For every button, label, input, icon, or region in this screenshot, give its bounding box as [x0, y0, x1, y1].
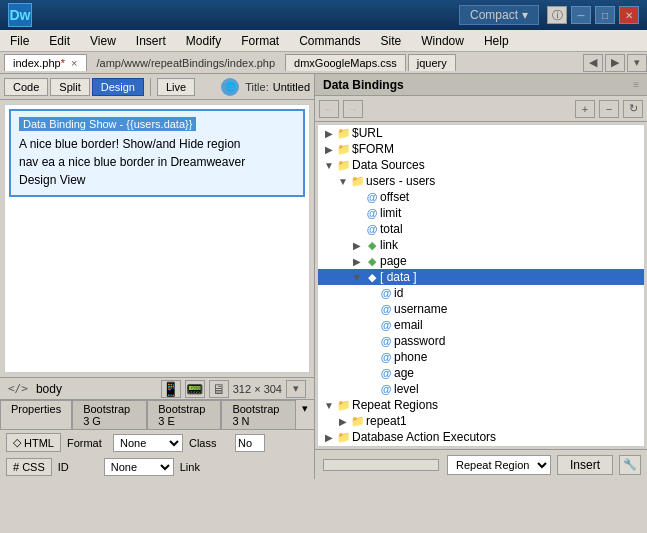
tree-expand-age[interactable]	[364, 366, 378, 380]
add-btn[interactable]: +	[575, 100, 595, 118]
tablet-view-btn[interactable]: 📟	[185, 380, 205, 398]
live-view-button[interactable]: Live	[157, 78, 195, 96]
tree-item-url[interactable]: ▶📁$URL	[318, 125, 644, 141]
folder-icon-db-action: 📁	[336, 430, 352, 444]
menu-window[interactable]: Window	[411, 32, 474, 50]
props-tab-bootstrap-e[interactable]: Bootstrap 3 E	[147, 400, 221, 429]
close-button[interactable]: ✕	[619, 6, 639, 24]
tree-expand-repeat-regions[interactable]: ▼	[322, 398, 336, 412]
tree-label-url: $URL	[352, 126, 383, 140]
id-select[interactable]: None	[104, 458, 174, 476]
props-row-1: ◇ HTML Format None Class	[0, 430, 314, 455]
tab-js[interactable]: jquery	[408, 54, 456, 71]
dim-dropdown-btn[interactable]: ▾	[286, 380, 306, 398]
code-view-button[interactable]: Code	[4, 78, 48, 96]
binding-right-btn[interactable]: →	[343, 100, 363, 118]
menu-insert[interactable]: Insert	[126, 32, 176, 50]
tree-expand-datasources[interactable]: ▼	[322, 158, 336, 172]
menu-view[interactable]: View	[80, 32, 126, 50]
props-tab-bootstrap-g[interactable]: Bootstrap 3 G	[72, 400, 147, 429]
tree-item-age[interactable]: @age	[318, 365, 644, 381]
tree-expand-offset[interactable]	[350, 190, 364, 204]
tree-expand-id[interactable]	[364, 286, 378, 300]
props-tab-properties[interactable]: Properties	[0, 400, 72, 429]
tree-expand-security[interactable]: ▶	[322, 446, 336, 447]
menu-help[interactable]: Help	[474, 32, 519, 50]
format-select[interactable]: None	[113, 434, 183, 452]
tree-item-offset[interactable]: @offset	[318, 189, 644, 205]
panel-grip[interactable]: ≡	[633, 79, 639, 90]
menu-commands[interactable]: Commands	[289, 32, 370, 50]
earth-icon: 🌐	[221, 78, 239, 96]
tab-css[interactable]: dmxGoogleMaps.css	[285, 54, 406, 71]
tree-item-phone[interactable]: @phone	[318, 349, 644, 365]
tree-label-datasources: Data Sources	[352, 158, 425, 172]
maximize-button[interactable]: □	[595, 6, 615, 24]
props-tab-bootstrap-n[interactable]: Bootstrap 3 N	[221, 400, 296, 429]
tree-expand-page[interactable]: ▶	[350, 254, 364, 268]
compact-button[interactable]: Compact ▾	[459, 5, 539, 25]
tree-expand-data[interactable]: ▼	[350, 270, 364, 284]
tree-expand-password[interactable]	[364, 334, 378, 348]
menu-edit[interactable]: Edit	[39, 32, 80, 50]
props-more-btn[interactable]: ▾	[296, 400, 314, 429]
tree-expand-phone[interactable]	[364, 350, 378, 364]
tree-expand-repeat1[interactable]: ▶	[336, 414, 350, 428]
tree-expand-url[interactable]: ▶	[322, 126, 336, 140]
tree-item-form[interactable]: ▶📁$FORM	[318, 141, 644, 157]
tree-item-limit[interactable]: @limit	[318, 205, 644, 221]
binding-left-btn[interactable]: ←	[319, 100, 339, 118]
class-input[interactable]	[235, 434, 265, 452]
menu-modify[interactable]: Modify	[176, 32, 231, 50]
tree-expand-limit[interactable]	[350, 206, 364, 220]
desktop-view-btn[interactable]: 🖥	[209, 380, 229, 398]
menu-file[interactable]: File	[0, 32, 39, 50]
tree-expand-level[interactable]	[364, 382, 378, 396]
wrench-button[interactable]: 🔧	[619, 455, 641, 475]
tree-label-security: Security Provider Executor	[352, 446, 494, 447]
tree-expand-username[interactable]	[364, 302, 378, 316]
tree-item-db-action[interactable]: ▶📁Database Action Executors	[318, 429, 644, 445]
html-button[interactable]: ◇ HTML	[6, 433, 61, 452]
minimize-button[interactable]: ─	[571, 6, 591, 24]
tree-expand-users[interactable]: ▼	[336, 174, 350, 188]
refresh-btn[interactable]: ↻	[623, 100, 643, 118]
tree-item-total[interactable]: @total	[318, 221, 644, 237]
tree-item-password[interactable]: @password	[318, 333, 644, 349]
horizontal-scrollbar[interactable]	[323, 459, 439, 471]
repeat-region-select[interactable]: Repeat Region	[447, 455, 551, 475]
tree-item-page[interactable]: ▶◆page	[318, 253, 644, 269]
tree-item-username[interactable]: @username	[318, 301, 644, 317]
diamond-icon-page: ◆	[364, 254, 380, 268]
menu-format[interactable]: Format	[231, 32, 289, 50]
split-view-button[interactable]: Split	[50, 78, 89, 96]
tree-item-repeat1[interactable]: ▶📁repeat1	[318, 413, 644, 429]
prev-file-btn[interactable]: ◀	[583, 54, 603, 72]
tree-expand-link[interactable]: ▶	[350, 238, 364, 252]
tree-item-datasources[interactable]: ▼📁Data Sources	[318, 157, 644, 173]
tree-item-link[interactable]: ▶◆link	[318, 237, 644, 253]
tree-item-email[interactable]: @email	[318, 317, 644, 333]
tree-item-users[interactable]: ▼📁users - users	[318, 173, 644, 189]
remove-btn[interactable]: −	[599, 100, 619, 118]
menu-site[interactable]: Site	[371, 32, 412, 50]
next-file-btn[interactable]: ▶	[605, 54, 625, 72]
tab-index-php[interactable]: index.php* ×	[4, 54, 87, 71]
design-view-button[interactable]: Design	[92, 78, 144, 96]
mobile-view-btn[interactable]: 📱	[161, 380, 181, 398]
tree-item-repeat-regions[interactable]: ▼📁Repeat Regions	[318, 397, 644, 413]
tree-expand-email[interactable]	[364, 318, 378, 332]
tree-item-data[interactable]: ▼◆[ data ]	[318, 269, 644, 285]
folder-icon-repeat1: 📁	[350, 414, 366, 428]
tree-expand-db-action[interactable]: ▶	[322, 430, 336, 444]
tree-item-id[interactable]: @id	[318, 285, 644, 301]
tab-close-index[interactable]: ×	[71, 57, 77, 69]
tree-expand-form[interactable]: ▶	[322, 142, 336, 156]
css-button[interactable]: # CSS	[6, 458, 52, 476]
insert-button[interactable]: Insert	[557, 455, 613, 475]
tree-item-security[interactable]: ▶📁Security Provider Executor	[318, 445, 644, 447]
files-menu-btn[interactable]: ▾	[627, 54, 647, 72]
tree-expand-total[interactable]	[350, 222, 364, 236]
tree-item-level[interactable]: @level	[318, 381, 644, 397]
info-button[interactable]: ⓘ	[547, 6, 567, 24]
